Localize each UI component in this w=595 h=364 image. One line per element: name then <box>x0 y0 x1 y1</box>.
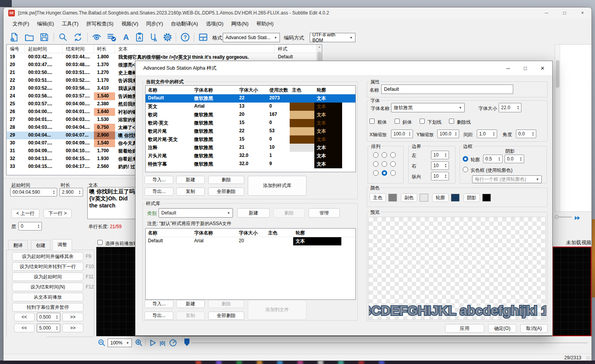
file-styles-header[interactable]: 名称 字体名称 字体大小 使用次数 主色 轮廓 <box>146 86 355 94</box>
header-duration[interactable]: 时长 <box>94 45 115 53</box>
library-export-button[interactable]: 导出... <box>144 312 173 320</box>
new-file-icon[interactable] <box>9 32 20 43</box>
menu-tools[interactable]: 工具(T) <box>58 19 82 29</box>
menu-network[interactable]: 网络(N) <box>228 19 252 29</box>
taskbar-icon[interactable] <box>359 360 364 364</box>
play-icon[interactable] <box>148 338 158 348</box>
seek-fwd-large-button[interactable]: >> <box>62 324 83 332</box>
style-row-注释[interactable]: 注释微软雅黑2110文本 <box>146 144 355 152</box>
delete-all-styles-button[interactable]: 全部删除 <box>208 187 244 196</box>
set-start-offset-rest-button[interactable]: 设为起始时间并偏移其余 <box>12 252 83 261</box>
margin-vertical-spinner[interactable]: 10▲▼ <box>431 172 449 180</box>
tab-create[interactable]: 创建 <box>31 240 50 250</box>
alignment-radio-5[interactable] <box>382 161 387 167</box>
opaque-box-radio[interactable] <box>463 167 468 172</box>
duration-spinner[interactable]: 2.900▲▼ <box>60 188 83 196</box>
taskbar-icon[interactable] <box>318 360 323 364</box>
visual-sync-icon[interactable] <box>91 32 102 43</box>
alignment-radio-6[interactable] <box>390 161 396 167</box>
seek-back-large-button[interactable]: << <box>14 324 34 332</box>
right-scrollbar[interactable] <box>555 45 560 211</box>
angle-spinner[interactable]: 0.0▲▼ <box>516 130 536 138</box>
taskbar-icon[interactable] <box>236 360 242 364</box>
box-style-select[interactable]: 每行一个框 (使用轮廓色)▼ <box>472 175 542 183</box>
taskbar[interactable] <box>0 360 595 364</box>
menu-autotranslate[interactable]: 自动翻译(A) <box>168 19 202 29</box>
primary-color-button[interactable]: 主色 <box>370 193 386 202</box>
taskbar-icon[interactable] <box>216 360 222 364</box>
library-import-button[interactable]: 导入... <box>144 300 173 308</box>
taskbar-icon[interactable] <box>196 360 201 364</box>
copy-style-button[interactable]: 复制 <box>176 187 205 196</box>
find-icon[interactable] <box>58 32 69 43</box>
alignment-radio-9[interactable] <box>390 170 396 176</box>
alignment-radio-3[interactable] <box>390 152 396 158</box>
style-row-特效字幕[interactable]: 特效字幕微软雅黑32.09文本 <box>146 160 355 168</box>
style-row-片头片尾[interactable]: 片头片尾微软雅黑32.01文本 <box>146 152 355 160</box>
dialog-close-button[interactable]: ✕ <box>537 63 548 73</box>
zoom-out-icon[interactable] <box>97 338 107 348</box>
spell-check-icon[interactable] <box>106 32 117 43</box>
outline-color-button[interactable]: 轮廓 <box>432 193 449 202</box>
fast-forward-icon[interactable] <box>572 213 583 223</box>
alignment-radio-7[interactable] <box>373 170 379 176</box>
resize-grip[interactable] <box>586 356 590 360</box>
next-line-button[interactable]: 下一行 > <box>43 209 72 218</box>
encoding-select[interactable]: UTF-8 with BOM▼ <box>310 33 355 42</box>
playback-speed-icon[interactable] <box>168 338 178 348</box>
import-styles-button[interactable]: 导入... <box>144 176 173 184</box>
position-marker[interactable] <box>184 339 189 346</box>
dialog-minimize-button[interactable]: ─ <box>502 63 514 73</box>
prev-line-button[interactable]: < 上一行 <box>11 209 40 218</box>
set-end-button[interactable]: 设为结束时间(N) <box>12 283 83 291</box>
style-name-input[interactable]: Default <box>381 85 513 94</box>
add-to-file-button[interactable]: 添加到文件 <box>248 300 307 320</box>
scale-x-spinner[interactable]: 100.0▲▼ <box>391 130 413 138</box>
subtitle-list-header[interactable]: 编号 起始时间 结束时间 时长 文本 样式 <box>7 45 322 53</box>
menu-sync[interactable]: 同步(Y) <box>142 19 166 29</box>
seek-back-small-button[interactable]: << <box>14 313 34 321</box>
set-start-button[interactable]: 设为起始时间 <box>12 272 83 281</box>
italic-checkbox[interactable] <box>395 119 400 124</box>
dialog-titlebar[interactable]: Advanced Sub Station Alpha 样式 ─ □ ✕ <box>135 61 552 75</box>
new-style-button[interactable]: 新建 <box>176 176 205 184</box>
remove-formatting-icon[interactable]: A <box>121 32 132 43</box>
cancel-button[interactable]: 取消(A) <box>520 324 548 333</box>
font-size-spinner[interactable]: 22.0▲▼ <box>499 103 521 112</box>
tab-adjust[interactable]: 调整 <box>52 239 72 250</box>
outline-width-spinner[interactable]: 0.5▲▼ <box>483 155 503 163</box>
secondary-color-button[interactable]: 副色 <box>401 193 417 202</box>
shadow-color-button[interactable]: 阴影 <box>463 193 480 202</box>
ok-button[interactable]: 确定(O) <box>488 324 516 333</box>
library-style-row-Default[interactable]: DefaultArial20文本 <box>146 237 355 245</box>
menu-spellcheck[interactable]: 拼写检查(S) <box>83 19 117 29</box>
alignment-radio-4[interactable] <box>373 161 379 167</box>
scale-y-spinner[interactable]: 100.0▲▼ <box>437 130 459 138</box>
library-delete-button[interactable]: 删除 <box>208 300 244 308</box>
set-end-goto-next-button[interactable]: 设为结束时间并转到下一行 <box>12 262 83 271</box>
subtitle-row-19[interactable]: 1900:03:42....00:03:44....1.800我觉得它真的很华丽… <box>7 53 322 61</box>
underline-checkbox[interactable] <box>420 119 425 124</box>
library-copy-button[interactable]: 复制 <box>176 312 205 320</box>
font-name-select[interactable]: 微软雅黑▼ <box>391 103 465 112</box>
library-styles-header[interactable]: 名称 字体名称 字体大小 主色 轮廓 <box>146 229 355 237</box>
menu-file[interactable]: 文件(F) <box>9 19 33 29</box>
apply-button[interactable]: 应用 <box>445 324 484 333</box>
menu-video[interactable]: 视频(V) <box>118 19 142 29</box>
tab-translate[interactable]: 翻译 <box>8 240 28 250</box>
style-row-歌词-英文[interactable]: 歌词-英文微软雅黑150文本 <box>146 119 355 127</box>
style-row-Default[interactable]: Default微软雅黑222073文本 <box>146 94 355 103</box>
header-end[interactable]: 结束时间 <box>63 45 94 53</box>
delete-style-button[interactable]: 删除 <box>208 176 244 184</box>
save-icon[interactable] <box>39 32 50 43</box>
layout-icon[interactable] <box>198 32 209 43</box>
category-select[interactable]: Default▼ <box>159 208 233 218</box>
header-number[interactable]: 编号 <box>7 45 25 53</box>
taskbar-icon[interactable] <box>338 360 344 364</box>
dialog-maximize-button[interactable]: □ <box>519 63 531 73</box>
play-before-text-button[interactable]: 从文本前播放 <box>12 293 83 301</box>
close-button[interactable]: × <box>573 7 591 18</box>
playback-slider-knob[interactable] <box>555 215 559 219</box>
shadow-width-spinner[interactable]: 0.0▲▼ <box>505 155 524 163</box>
start-time-spinner[interactable]: 00:04:04.590▲▼ <box>10 188 57 196</box>
